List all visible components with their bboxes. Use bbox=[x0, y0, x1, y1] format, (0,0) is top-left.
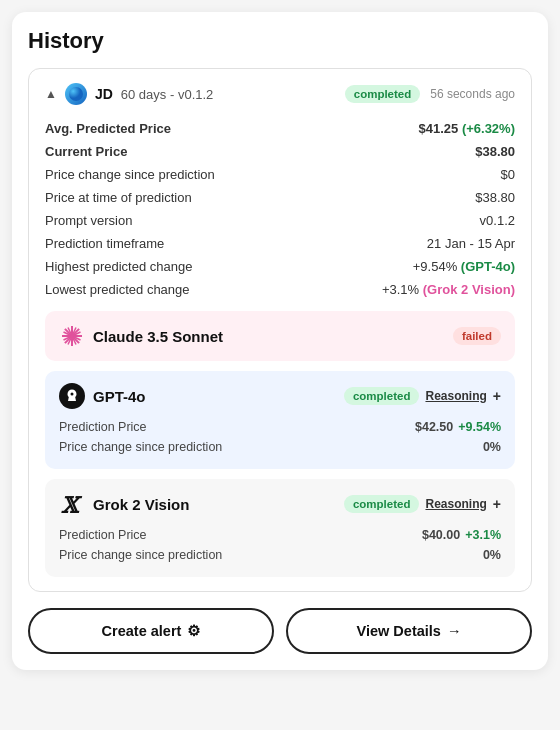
model-stat-label: Price change since prediction bbox=[59, 440, 222, 454]
stat-value: $0 bbox=[309, 163, 516, 186]
stat-value: $38.80 bbox=[309, 186, 516, 209]
model-stat-value: 0% bbox=[483, 440, 501, 454]
stat-value: +3.1% (Grok 2 Vision) bbox=[309, 278, 516, 301]
claude-icon bbox=[59, 323, 85, 349]
stat-value: +9.54% (GPT-4o) bbox=[309, 255, 516, 278]
stats-row: Highest predicted change+9.54% (GPT-4o) bbox=[45, 255, 515, 278]
completed-badge: completed bbox=[344, 387, 420, 405]
buttons-row: Create alert ⚙ View Details → bbox=[28, 608, 532, 654]
status-badge: completed bbox=[345, 85, 421, 103]
completed-badge: completed bbox=[344, 495, 420, 513]
stat-value: $38.80 bbox=[309, 140, 516, 163]
chevron-up-icon[interactable]: ▲ bbox=[45, 87, 57, 101]
model-stat-value: $40.00 bbox=[422, 528, 460, 542]
main-container: History ▲ JD bbox=[12, 12, 548, 670]
time-ago: 56 seconds ago bbox=[430, 87, 515, 101]
stat-label: Highest predicted change bbox=[45, 255, 309, 278]
model-stat-row: Price change since prediction0% bbox=[59, 545, 501, 565]
model-header: 𝕏 Grok 2 VisioncompletedReasoning+ bbox=[59, 491, 501, 517]
model-stat-row: Prediction Price$40.00+3.1% bbox=[59, 525, 501, 545]
reasoning-link[interactable]: Reasoning bbox=[425, 497, 486, 511]
stats-row: Prediction timeframe21 Jan - 15 Apr bbox=[45, 232, 515, 255]
model-card-claude: Claude 3.5 Sonnetfailed bbox=[45, 311, 515, 361]
expand-icon[interactable]: + bbox=[493, 496, 501, 512]
stat-label: Prediction timeframe bbox=[45, 232, 309, 255]
arrow-right-icon: → bbox=[447, 623, 462, 639]
grok-icon: 𝕏 bbox=[59, 491, 85, 517]
model-name: Claude 3.5 Sonnet bbox=[93, 328, 223, 345]
view-details-button[interactable]: View Details → bbox=[286, 608, 532, 654]
expand-icon[interactable]: + bbox=[493, 388, 501, 404]
stat-value: v0.1.2 bbox=[309, 209, 516, 232]
model-name: Grok 2 Vision bbox=[93, 496, 189, 513]
bell-icon: ⚙ bbox=[187, 623, 200, 639]
view-details-label: View Details bbox=[357, 623, 441, 639]
model-stat-extra: +3.1% bbox=[465, 528, 501, 542]
svg-text:𝕏: 𝕏 bbox=[61, 493, 83, 517]
model-stat-value: 0% bbox=[483, 548, 501, 562]
model-header: GPT-4ocompletedReasoning+ bbox=[59, 383, 501, 409]
ticker-label: JD bbox=[95, 86, 113, 102]
model-stat-value: $42.50 bbox=[415, 420, 453, 434]
stat-label: Current Price bbox=[45, 140, 309, 163]
failed-badge: failed bbox=[453, 327, 501, 345]
model-card-grok: 𝕏 Grok 2 VisioncompletedReasoning+Predic… bbox=[45, 479, 515, 577]
header-left: ▲ JD 60 days - v0.1.2 bbox=[45, 83, 213, 105]
model-stat-row: Prediction Price$42.50+9.54% bbox=[59, 417, 501, 437]
svg-point-9 bbox=[71, 393, 74, 396]
model-cards-container: Claude 3.5 Sonnetfailed GPT-4ocompletedR… bbox=[45, 311, 515, 577]
page-title: History bbox=[28, 28, 532, 54]
stats-table: Avg. Predicted Price$41.25 (+6.32%)Curre… bbox=[45, 117, 515, 301]
stat-label: Lowest predicted change bbox=[45, 278, 309, 301]
model-stats: Prediction Price$42.50+9.54%Price change… bbox=[59, 417, 501, 457]
model-stat-label: Price change since prediction bbox=[59, 548, 222, 562]
main-card-header: ▲ JD 60 days - v0.1.2 bbox=[45, 83, 515, 105]
svg-point-0 bbox=[69, 87, 83, 101]
gpt-icon bbox=[59, 383, 85, 409]
stats-row: Avg. Predicted Price$41.25 (+6.32%) bbox=[45, 117, 515, 140]
stat-label: Price at time of prediction bbox=[45, 186, 309, 209]
model-stat-label: Prediction Price bbox=[59, 528, 147, 542]
model-header: Claude 3.5 Sonnetfailed bbox=[59, 323, 501, 349]
model-name: GPT-4o bbox=[93, 388, 146, 405]
create-alert-label: Create alert bbox=[102, 623, 182, 639]
create-alert-button[interactable]: Create alert ⚙ bbox=[28, 608, 274, 654]
model-stat-label: Prediction Price bbox=[59, 420, 147, 434]
stats-row: Price change since prediction$0 bbox=[45, 163, 515, 186]
stats-row: Current Price$38.80 bbox=[45, 140, 515, 163]
reasoning-link[interactable]: Reasoning bbox=[425, 389, 486, 403]
stat-label: Avg. Predicted Price bbox=[45, 117, 309, 140]
days-version: 60 days - v0.1.2 bbox=[121, 87, 214, 102]
jd-icon bbox=[65, 83, 87, 105]
stat-label: Prompt version bbox=[45, 209, 309, 232]
model-stats: Prediction Price$40.00+3.1%Price change … bbox=[59, 525, 501, 565]
model-stat-row: Price change since prediction0% bbox=[59, 437, 501, 457]
stats-row: Lowest predicted change+3.1% (Grok 2 Vis… bbox=[45, 278, 515, 301]
stat-label: Price change since prediction bbox=[45, 163, 309, 186]
model-card-gpt: GPT-4ocompletedReasoning+Prediction Pric… bbox=[45, 371, 515, 469]
main-card: ▲ JD 60 days - v0.1.2 bbox=[28, 68, 532, 592]
stat-value: 21 Jan - 15 Apr bbox=[309, 232, 516, 255]
stat-value: $41.25 (+6.32%) bbox=[309, 117, 516, 140]
stats-row: Price at time of prediction$38.80 bbox=[45, 186, 515, 209]
model-stat-extra: +9.54% bbox=[458, 420, 501, 434]
header-right: completed 56 seconds ago bbox=[345, 85, 515, 103]
stats-row: Prompt versionv0.1.2 bbox=[45, 209, 515, 232]
